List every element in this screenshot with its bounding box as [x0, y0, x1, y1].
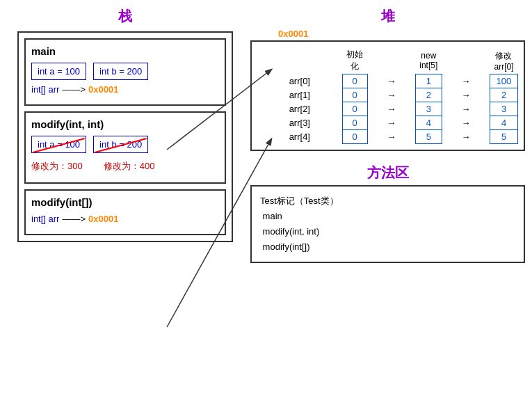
method-section: 方法区 Test标记（Test类） main modify(int, int) …: [250, 164, 525, 263]
cell-init-2: 0: [342, 102, 367, 116]
cell-mod-4: 5: [490, 130, 517, 144]
method-line-2: modify(int, int): [260, 224, 515, 239]
cell-init-1: 0: [342, 88, 367, 102]
heap-title: 堆: [250, 7, 525, 26]
heap-col-init: 初始化: [342, 47, 367, 74]
var-a-100-strike: int a = 100: [31, 136, 86, 153]
arrow-4b: →: [442, 130, 490, 144]
right-panel: 堆 0x0001 初始化 new int[5] 修改arr[0]: [250, 7, 525, 405]
cell-mod-3: 4: [490, 116, 517, 130]
arrow-2b: →: [442, 102, 490, 116]
frame-main-arr: int[] arr ——> 0x0001: [31, 84, 219, 95]
frame-main-label: main: [31, 45, 219, 57]
heap-row-0: arr[0] 0 → 1 → 100: [257, 74, 518, 88]
frame-modify-vars: int a = 100 int b = 200: [31, 136, 219, 153]
heap-section: 堆 0x0001 初始化 new int[5] 修改arr[0]: [250, 7, 525, 151]
cell-init-4: 0: [342, 130, 367, 144]
frame-main: main int a = 100 int b = 200 int[] arr —…: [24, 38, 226, 106]
cell-mod-0: 100: [490, 74, 517, 88]
arrow-2a: →: [367, 102, 415, 116]
heap-table: 初始化 new int[5] 修改arr[0] arr[0] 0 → 1: [257, 47, 518, 144]
method-title: 方法区: [250, 164, 525, 182]
cell-init-0: 0: [342, 74, 367, 88]
var-b-200: int b = 200: [93, 63, 148, 80]
modify-note-a: 修改为：300: [31, 160, 83, 173]
cell-new-2: 3: [415, 102, 442, 116]
method-line-1: main: [260, 209, 515, 224]
heap-col-mod: 修改arr[0]: [490, 47, 517, 74]
frame-modify-int-int-label: modify(int, int): [31, 118, 219, 130]
frame-modify-intarr-label: modify(int[]): [31, 196, 219, 208]
cell-new-1: 2: [415, 88, 442, 102]
cell-new-4: 5: [415, 130, 442, 144]
heap-row-2: arr[2] 0 → 3 → 3: [257, 102, 518, 116]
frame-modify-arr: int[] arr ——> 0x0001: [31, 214, 219, 224]
frame-modify-int-int: modify(int, int) int a = 100 int b = 200…: [24, 111, 226, 184]
frame-modify-intarr: modify(int[]) int[] arr ——> 0x0001: [24, 189, 226, 235]
row-label-0: arr[0]: [257, 74, 342, 88]
row-label-4: arr[4]: [257, 130, 342, 144]
heap-row-3: arr[3] 0 → 4 → 4: [257, 116, 518, 130]
frame-main-vars: int a = 100 int b = 200: [31, 63, 219, 80]
arr-addr-main: 0x0001: [88, 84, 118, 95]
cell-mod-1: 2: [490, 88, 517, 102]
method-line-0: Test标记（Test类）: [260, 193, 515, 209]
arrow-0a: →: [367, 74, 415, 88]
cell-new-3: 4: [415, 116, 442, 130]
arrow-1a: →: [367, 88, 415, 102]
arr-label-modify: int[] arr: [31, 214, 59, 224]
modify-notes: 修改为：300 修改为：400: [31, 157, 219, 173]
method-box: Test标记（Test类） main modify(int, int) modi…: [250, 185, 525, 263]
row-label-1: arr[1]: [257, 88, 342, 102]
stack-outer-box: main int a = 100 int b = 200 int[] arr —…: [17, 31, 233, 242]
method-line-3: modify(int[]): [260, 239, 515, 255]
row-label-3: arr[3]: [257, 116, 342, 130]
arrow-3a: →: [367, 116, 415, 130]
stack-panel: 栈 main int a = 100 int b = 200 int[] arr…: [7, 7, 243, 405]
arr-arrow-main: ——>: [62, 84, 86, 95]
arrow-0b: →: [442, 74, 490, 88]
cell-init-3: 0: [342, 116, 367, 130]
heap-row-1: arr[1] 0 → 2 → 2: [257, 88, 518, 102]
row-label-2: arr[2]: [257, 102, 342, 116]
modify-note-b: 修改为：400: [104, 160, 155, 173]
arrow-4a: →: [367, 130, 415, 144]
arrow-1b: →: [442, 88, 490, 102]
arr-arrow-modify: ——>: [62, 214, 86, 224]
arr-addr-modify: 0x0001: [88, 214, 118, 224]
heap-col-new: new int[5]: [415, 47, 442, 74]
cell-mod-2: 3: [490, 102, 517, 116]
arrow-3b: →: [442, 116, 490, 130]
heap-box: 初始化 new int[5] 修改arr[0] arr[0] 0 → 1: [250, 40, 525, 151]
stack-title: 栈: [118, 7, 132, 26]
var-b-200-strike: int b = 200: [93, 136, 148, 153]
heap-addr: 0x0001: [250, 29, 525, 39]
arr-label-main: int[] arr: [31, 84, 59, 95]
cell-new-0: 1: [415, 74, 442, 88]
heap-row-4: arr[4] 0 → 5 → 5: [257, 130, 518, 144]
var-a-100: int a = 100: [31, 63, 86, 80]
